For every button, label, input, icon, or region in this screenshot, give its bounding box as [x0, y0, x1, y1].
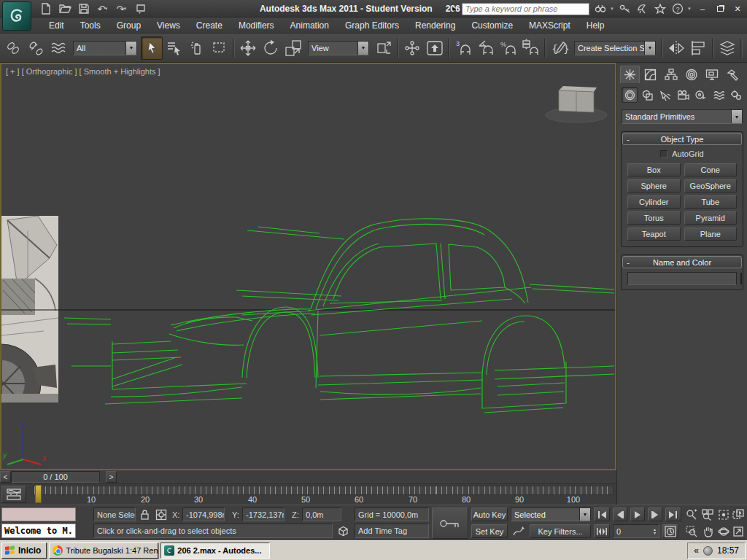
select-by-name-button[interactable]: [163, 36, 185, 60]
tube-button[interactable]: Tube: [684, 195, 738, 209]
track-prev-button[interactable]: <: [0, 471, 11, 483]
cylinder-button[interactable]: Cylinder: [627, 195, 681, 209]
zoom-button[interactable]: [684, 508, 699, 521]
auto-key-button[interactable]: Auto Key: [471, 508, 508, 521]
previous-frame-button[interactable]: [613, 508, 627, 521]
autogrid-checkbox[interactable]: [660, 150, 668, 158]
object-type-rollout-header[interactable]: - Object Type: [622, 133, 742, 145]
default-in-out-tangents-button[interactable]: [511, 524, 527, 538]
pan-view-button[interactable]: [700, 524, 715, 538]
menu-graph-editors[interactable]: Graph Editors: [337, 18, 407, 34]
timeline-ruler[interactable]: [34, 486, 614, 495]
add-time-tag[interactable]: Add Time Tag: [355, 524, 429, 538]
menu-edit[interactable]: Edit: [41, 18, 72, 34]
infocenter-flyout-icon[interactable]: ►: [452, 6, 457, 12]
application-menu-button[interactable]: [2, 1, 31, 31]
open-mini-curve-editor-button[interactable]: [1, 486, 26, 503]
minimize-button[interactable]: –: [696, 3, 709, 15]
menu-animation[interactable]: Animation: [282, 18, 337, 34]
taskbar-item-browser[interactable]: Tribute Bugalski 1:47 Ren...: [49, 542, 158, 559]
new-scene-button[interactable]: [38, 1, 54, 16]
zoom-extents-all-button[interactable]: [731, 508, 746, 521]
help-dropdown-icon[interactable]: ▼: [687, 7, 692, 11]
go-to-start-button[interactable]: [594, 508, 610, 521]
isolate-selection-button[interactable]: [336, 524, 350, 538]
object-name-input[interactable]: [627, 272, 737, 285]
named-selection-set-arrow-icon[interactable]: ▼: [644, 42, 655, 55]
menu-group[interactable]: Group: [109, 18, 149, 34]
x-coordinate-field[interactable]: -1074,998m: [182, 508, 225, 521]
redo-button[interactable]: ↷▼: [114, 1, 130, 16]
y-coordinate-field[interactable]: -1732,137m: [242, 508, 285, 521]
mirror-button[interactable]: [665, 36, 687, 60]
select-and-rotate-button[interactable]: [260, 36, 282, 60]
unlink-selection-button[interactable]: [25, 36, 47, 60]
menu-rendering[interactable]: Rendering: [407, 18, 463, 34]
tab-utilities[interactable]: [722, 66, 742, 83]
teapot-button[interactable]: Teapot: [627, 228, 681, 241]
timeline[interactable]: 0 10 20 30 40 50 60 70 80 90 100: [0, 483, 616, 505]
key-mode-arrow-icon[interactable]: ▼: [579, 508, 590, 521]
spinner-snap-toggle-button[interactable]: [520, 36, 542, 60]
current-frame-field[interactable]: 0 ▴ ▾: [613, 524, 659, 538]
select-and-move-button[interactable]: [237, 36, 259, 60]
snap-toggle-3d-button[interactable]: 3: [452, 36, 474, 60]
restore-button[interactable]: [713, 3, 727, 15]
set-keys-button[interactable]: [432, 508, 468, 539]
search-dropdown-icon[interactable]: ▼: [610, 7, 614, 11]
box-button[interactable]: Box: [627, 163, 681, 176]
reference-coordinate-dropdown[interactable]: View ▼: [308, 41, 369, 55]
taskbar-item-3dsmax[interactable]: 206 2.max - Autodes...: [160, 542, 270, 559]
favorites-button[interactable]: [654, 2, 667, 15]
category-shapes[interactable]: [639, 87, 655, 103]
category-systems[interactable]: [728, 87, 744, 103]
percent-snap-toggle-button[interactable]: %: [498, 36, 519, 60]
menu-customize[interactable]: Customize: [463, 18, 521, 34]
tray-app-icon[interactable]: [703, 546, 713, 556]
maxscript-mini-listener[interactable]: Welcome to M.: [1, 524, 76, 538]
zoom-extents-button[interactable]: [716, 508, 731, 521]
zoom-all-button[interactable]: [700, 508, 715, 521]
bind-to-space-warp-button[interactable]: [47, 36, 69, 60]
viewport-label[interactable]: [ + ] [ Orthographic ] [ Smooth + Highli…: [6, 67, 160, 76]
help-button[interactable]: ?: [671, 2, 684, 15]
open-file-button[interactable]: [57, 1, 73, 16]
zoom-region-button[interactable]: [684, 524, 699, 538]
select-and-scale-button[interactable]: [282, 36, 304, 60]
pyramid-button[interactable]: Pyramid: [684, 211, 738, 225]
start-button[interactable]: Inicio: [1, 542, 47, 559]
frame-spinner[interactable]: ▴ ▾: [654, 528, 656, 535]
category-geometry[interactable]: [622, 87, 638, 103]
select-and-manipulate-button[interactable]: [401, 36, 423, 60]
menu-maxscript[interactable]: MAXScript: [521, 18, 578, 34]
subscription-center-button[interactable]: [619, 2, 632, 15]
key-mode-dropdown[interactable]: Selected ▼: [511, 508, 591, 521]
infocenter-search-input[interactable]: [462, 3, 589, 15]
menu-views[interactable]: Views: [149, 18, 188, 34]
primitive-category-dropdown[interactable]: Standard Primitives ▼: [622, 109, 743, 124]
project-folder-button[interactable]: [133, 1, 149, 16]
named-selection-set-dropdown[interactable]: Create Selection Se ▼: [574, 41, 656, 55]
selection-lock-toggle[interactable]: [137, 508, 152, 521]
tab-motion[interactable]: [681, 66, 701, 83]
selection-filter-dropdown[interactable]: All ▼: [73, 41, 137, 55]
plane-button[interactable]: Plane: [684, 228, 738, 241]
tab-create[interactable]: [620, 66, 640, 83]
time-configuration-button[interactable]: [662, 524, 678, 538]
torus-button[interactable]: Torus: [627, 211, 681, 225]
maximize-viewport-toggle[interactable]: [731, 524, 746, 538]
orbit-view-button[interactable]: [716, 524, 731, 538]
geosphere-button[interactable]: GeoSphere: [684, 179, 738, 192]
track-next-button[interactable]: >: [106, 471, 117, 483]
align-button[interactable]: [688, 36, 710, 60]
cone-button[interactable]: Cone: [684, 163, 738, 176]
play-button[interactable]: [630, 508, 645, 521]
keyboard-shortcut-override-button[interactable]: [424, 36, 446, 60]
category-lights[interactable]: [657, 87, 673, 103]
viewport-orthographic[interactable]: [ + ] [ Orthographic ] [ Smooth + Highli…: [0, 63, 616, 470]
use-pivot-point-center-button[interactable]: [373, 36, 395, 60]
time-slider[interactable]: [35, 485, 42, 503]
menu-tools[interactable]: Tools: [72, 18, 109, 34]
key-mode-toggle-button[interactable]: [594, 524, 610, 538]
go-to-end-button[interactable]: [665, 508, 681, 521]
